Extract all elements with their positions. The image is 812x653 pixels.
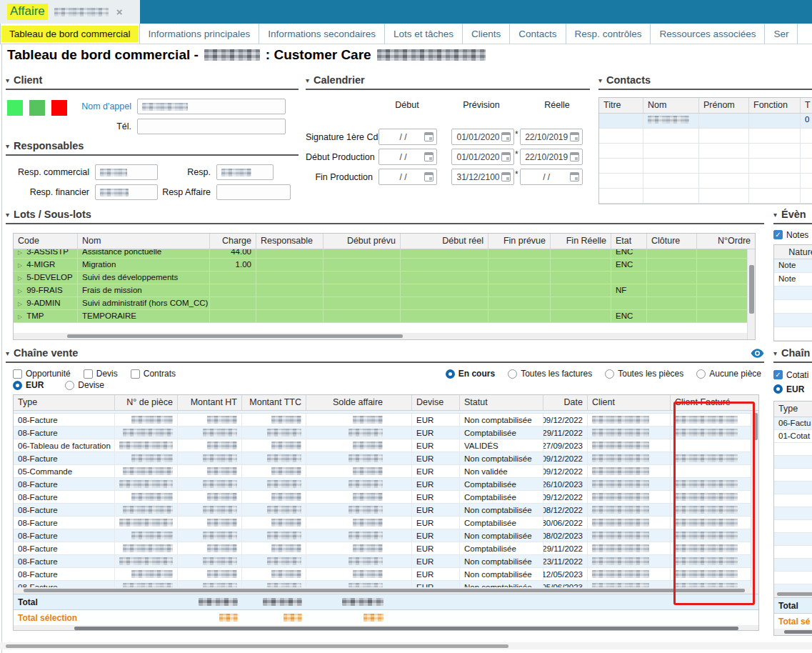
- piece-row[interactable]: 08-Facture EUR Non comptabilisée 12/05/2…: [14, 568, 758, 581]
- achat-row-empty[interactable]: [774, 469, 812, 482]
- section-header-client[interactable]: ▾ Client: [6, 74, 299, 90]
- date-debut-input[interactable]: / /: [379, 149, 437, 165]
- calendar-icon[interactable]: [424, 172, 433, 181]
- date-reelle-input[interactable]: / /: [520, 169, 583, 185]
- column-header[interactable]: Responsable: [256, 234, 324, 249]
- radio-eur[interactable]: EUR: [13, 380, 44, 390]
- lot-row[interactable]: ▷TMP TEMPORAIRE ENC: [14, 310, 755, 323]
- column-header[interactable]: Montant HT: [178, 395, 242, 410]
- close-icon[interactable]: ×: [116, 6, 123, 17]
- column-header[interactable]: N°Ordre: [697, 234, 755, 249]
- tab[interactable]: Ser: [765, 24, 798, 44]
- lot-row[interactable]: ▷99-FRAIS Frais de mission NF: [14, 284, 755, 297]
- achat-row[interactable]: 06-Factu: [774, 417, 812, 430]
- column-header[interactable]: Clôture: [647, 234, 697, 249]
- tab[interactable]: Ressources associées: [651, 24, 765, 44]
- event-row[interactable]: Note: [774, 259, 812, 273]
- resp-commercial-input[interactable]: [95, 164, 158, 180]
- chevron-right-icon[interactable]: ▷: [18, 249, 22, 256]
- radio-aucune-piece[interactable]: Aucune pièce: [696, 369, 761, 379]
- piece-row[interactable]: 06-Tableau de facturation EUR VALIDÉS 27…: [14, 439, 758, 452]
- calendar-icon[interactable]: [501, 132, 511, 141]
- column-header[interactable]: Nature: [774, 245, 812, 259]
- achat-row-empty[interactable]: [774, 584, 812, 591]
- checkbox-opportunite[interactable]: Opportunité: [13, 369, 71, 379]
- lots-vertical-scrollbar[interactable]: [747, 249, 755, 340]
- column-header[interactable]: Type: [774, 402, 812, 417]
- event-row-empty[interactable]: [774, 286, 812, 300]
- tab[interactable]: Informations secondaires: [259, 24, 385, 44]
- section-header-responsables[interactable]: ▾ Responsables: [6, 140, 299, 156]
- tab[interactable]: Contacts: [510, 24, 566, 44]
- scrollbar-thumb[interactable]: [67, 334, 403, 338]
- column-header[interactable]: Date: [543, 395, 588, 410]
- column-header[interactable]: Client: [588, 395, 671, 410]
- achat-row-empty[interactable]: [774, 443, 812, 456]
- achat-row-empty[interactable]: [774, 572, 812, 584]
- radio-eur-achat[interactable]: EUR: [773, 384, 804, 394]
- section-header-calendrier[interactable]: ▾ Calendrier: [306, 74, 590, 90]
- radio-devise[interactable]: Devise: [65, 380, 104, 390]
- column-header[interactable]: T: [801, 98, 812, 113]
- event-row-empty[interactable]: [774, 300, 812, 314]
- chaine-achat-bottom-scrollbar[interactable]: [774, 629, 812, 635]
- chevron-right-icon[interactable]: ▷: [18, 314, 22, 320]
- calendar-icon[interactable]: [570, 172, 579, 181]
- achat-row-empty[interactable]: [774, 494, 812, 507]
- event-row[interactable]: Note: [774, 273, 812, 286]
- achat-row[interactable]: 01-Cotat: [774, 430, 812, 443]
- piece-row[interactable]: 08-Facture EUR Comptabilisée 30/06/2022: [14, 517, 758, 529]
- tab[interactable]: Resp. contrôles: [566, 24, 651, 44]
- resp-affaire-input[interactable]: [216, 184, 291, 200]
- date-reelle-input[interactable]: 22/10/2019: [520, 149, 583, 165]
- column-header[interactable]: Début réel: [401, 234, 488, 249]
- column-header[interactable]: Statut: [460, 395, 543, 410]
- piece-row[interactable]: 08-Facture EUR Non comptabilisée 09/12/2…: [14, 452, 758, 465]
- contact-row-empty[interactable]: [599, 189, 812, 204]
- tab[interactable]: Lots et tâches: [385, 24, 463, 44]
- checkbox-contrats[interactable]: Contrats: [131, 369, 176, 379]
- achat-row-empty[interactable]: [774, 546, 812, 559]
- document-tab-affaire[interactable]: Affaire ×: [0, 0, 140, 24]
- scrollbar-thumb[interactable]: [784, 630, 812, 634]
- checkbox-notes[interactable]: ✓ Notes: [773, 230, 808, 240]
- column-header[interactable]: Devise: [412, 395, 460, 410]
- piece-row[interactable]: 08-Facture EUR Non comptabilisée 09/12/2…: [14, 414, 758, 427]
- column-header[interactable]: Prénom: [699, 98, 749, 113]
- date-reelle-input[interactable]: 22/10/2019: [520, 129, 583, 145]
- lot-row[interactable]: ▷5-DEVELOP Suivi des développements: [14, 271, 755, 284]
- contact-row-empty[interactable]: [599, 129, 812, 144]
- lot-row[interactable]: ▷9-ADMIN Suivi administratif (hors COM_C…: [14, 297, 755, 310]
- column-header[interactable]: Nom: [643, 98, 699, 113]
- column-header[interactable]: Solde affaire: [306, 395, 412, 410]
- column-header[interactable]: Début prévu: [324, 234, 401, 249]
- checkbox-cotations[interactable]: ✓ Cotati: [773, 370, 808, 380]
- achat-row-empty[interactable]: [774, 520, 812, 533]
- scrollbar-thumb[interactable]: [6, 644, 508, 648]
- section-header-chaine-achat[interactable]: ▾ Chaîn: [773, 347, 812, 363]
- piece-row[interactable]: 08-Facture EUR Non comptabilisée 08/12/2…: [14, 504, 758, 517]
- calendar-icon[interactable]: [501, 172, 511, 181]
- calendar-icon[interactable]: [424, 132, 433, 141]
- chaine-vente-inner-scrollbar[interactable]: [14, 587, 758, 594]
- scrollbar-thumb[interactable]: [777, 592, 812, 596]
- page-horizontal-scrollbar[interactable]: [0, 642, 812, 649]
- date-debut-input[interactable]: / /: [379, 169, 437, 185]
- chevron-right-icon[interactable]: ▷: [18, 301, 22, 307]
- contact-row-selected[interactable]: 0: [599, 114, 812, 129]
- section-header-chaine-vente[interactable]: ▾ Chaîne vente: [6, 347, 764, 363]
- calendar-icon[interactable]: [501, 152, 511, 161]
- contact-row-empty[interactable]: [599, 174, 812, 189]
- scrollbar-thumb[interactable]: [74, 627, 738, 630]
- piece-row[interactable]: 08-Facture EUR Non comptabilisée 08/02/2…: [14, 529, 758, 542]
- resp-input[interactable]: [216, 164, 274, 180]
- contact-row-empty[interactable]: [599, 144, 812, 159]
- piece-row[interactable]: 08-Facture EUR Comptabilisée 29/11/2022: [14, 542, 758, 555]
- column-header[interactable]: Charge: [210, 234, 256, 249]
- checkbox-devis[interactable]: Devis: [84, 369, 118, 379]
- scrollbar-thumb[interactable]: [749, 265, 754, 314]
- scrollbar-thumb[interactable]: [753, 413, 758, 440]
- date-prevision-input[interactable]: 01/01/2020: [451, 129, 514, 145]
- event-row-empty[interactable]: [774, 314, 812, 327]
- lot-row[interactable]: ▷4-MIGR Migration 1.00 ENC: [14, 259, 755, 271]
